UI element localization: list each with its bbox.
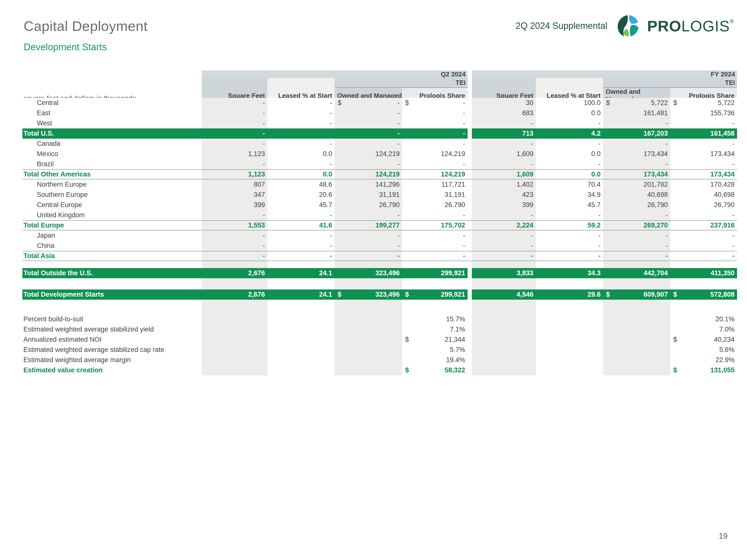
owned-managed-q2-cell: - xyxy=(335,139,402,149)
owned-managed-q2-cell: $- xyxy=(335,98,402,108)
tei-lp-fill-fy xyxy=(536,78,603,88)
row-label: Estimated weighted average margin xyxy=(22,355,202,365)
square-feet-fy-cell xyxy=(472,261,536,268)
prologis-share-q2-cell: 124,219 xyxy=(402,170,468,179)
prologis-share-fy-cell: 20.1% xyxy=(670,314,737,324)
cell-value: 155,736 xyxy=(710,109,735,117)
cell-value: - xyxy=(666,252,668,260)
prologis-share-q2-cell: 117,721 xyxy=(402,180,468,190)
section-gap xyxy=(468,345,472,355)
cell-value: - xyxy=(463,211,465,219)
leased-pct-fy-cell xyxy=(536,300,603,314)
cell-value: - xyxy=(397,109,400,117)
cell-value: - xyxy=(330,99,332,107)
cell-value: 34.9 xyxy=(587,191,600,198)
registered-mark: ® xyxy=(730,18,734,25)
leased-pct-q2-cell: 48.6 xyxy=(267,180,335,190)
owned-managed-fy-cell: - xyxy=(603,210,670,220)
prologis-share-fy-cell: - xyxy=(670,210,737,220)
leased-pct-fy-cell xyxy=(536,345,603,355)
tei-label-fy: TEI xyxy=(603,78,737,88)
owned-managed-fy-cell: - xyxy=(603,139,670,149)
leased-pct-q2-cell: 0.0 xyxy=(267,149,335,159)
cell-value: 411,350 xyxy=(711,269,735,277)
cell-value: 7.1% xyxy=(450,325,465,333)
leased-pct-fy-cell: 29.6 xyxy=(536,290,603,300)
leased-pct-fy-cell: 34.3 xyxy=(536,268,603,278)
section-gap xyxy=(468,251,472,261)
cell-value: 1,402 xyxy=(516,181,533,188)
cell-value: 20.1% xyxy=(715,315,735,323)
square-feet-q2-cell: - xyxy=(202,98,267,108)
section-gap xyxy=(468,365,472,375)
leased-pct-fy-cell: - xyxy=(536,118,603,128)
row-total-europe: Total Europe1,55341.6199,277175,7022,224… xyxy=(22,220,737,231)
section-gap xyxy=(468,324,472,335)
cell-value: - xyxy=(263,130,265,137)
cell-value: - xyxy=(732,140,735,148)
cell-value: 807 xyxy=(254,181,265,188)
square-feet-fy-cell: - xyxy=(472,241,536,251)
leased-pct-q2-cell: - xyxy=(267,241,335,251)
owned-managed-fy-cell xyxy=(603,365,670,375)
row-label: Mexico xyxy=(22,149,202,159)
owned-managed-q2-cell xyxy=(335,261,402,268)
cell-value: - xyxy=(263,232,265,239)
square-feet-q2-cell: - xyxy=(202,108,267,118)
section-gap xyxy=(468,139,472,149)
cell-value: - xyxy=(531,140,533,148)
leased-pct-fy-cell xyxy=(536,355,603,365)
leased-pct-q2-cell xyxy=(267,314,335,324)
cell-value: - xyxy=(463,160,465,168)
owned-managed-fy-cell: 442,704 xyxy=(603,268,670,278)
row-total-asia: Total Asia-------- xyxy=(22,251,737,261)
cell-value: 26,790 xyxy=(647,201,668,209)
leased-pct-q2-cell xyxy=(267,365,335,375)
owned-managed-fy-cell: 173,434 xyxy=(603,149,670,159)
square-feet-q2-cell: - xyxy=(202,241,267,251)
owned-managed-fy-cell: - xyxy=(603,231,670,241)
cell-value: 237,916 xyxy=(710,221,735,229)
owned-managed-q2-cell: 199,277 xyxy=(335,221,402,230)
prologis-share-fy-cell: - xyxy=(670,241,737,251)
row-central: Central--$-$-30100.0$5,722$5,722 xyxy=(22,98,737,108)
cell-value: - xyxy=(666,119,668,127)
square-feet-fy-cell xyxy=(472,314,536,324)
tei-sf-fill-q2 xyxy=(202,78,267,88)
cell-value: - xyxy=(330,252,332,260)
cell-value: 117,721 xyxy=(441,181,465,188)
cell-value: 170,428 xyxy=(710,181,735,188)
leased-pct-q2-cell: - xyxy=(267,139,335,149)
prologis-share-q2-cell: 31,191 xyxy=(402,190,468,200)
square-feet-q2-cell xyxy=(202,314,267,324)
row-label: United Kingdom xyxy=(22,210,202,220)
square-feet-fy-cell: - xyxy=(472,139,536,149)
dollar-sign: $ xyxy=(606,99,610,107)
owned-managed-fy-cell: $609,907 xyxy=(603,290,670,300)
prologis-share-fy-cell: 237,916 xyxy=(670,221,737,230)
row-spacer-3 xyxy=(22,300,737,314)
section-gap xyxy=(468,128,472,139)
cell-value: - xyxy=(598,232,600,239)
cell-value: 15.7% xyxy=(446,315,465,323)
owned-managed-q2-cell: 323,496 xyxy=(335,268,402,278)
prologis-share-q2-cell: - xyxy=(402,128,468,139)
prologis-share-fy-cell: $131,055 xyxy=(670,365,737,375)
leased-pct-fy-cell: 0.0 xyxy=(536,170,603,179)
square-feet-fy-cell: 2,224 xyxy=(472,221,536,230)
leased-pct-fy-cell: - xyxy=(536,139,603,149)
leased-pct-fy-cell: 100.0 xyxy=(536,98,603,108)
cell-value: 173,434 xyxy=(710,170,735,178)
leased-pct-q2-cell: 24.1 xyxy=(267,290,335,300)
section-gap xyxy=(468,300,472,314)
prologis-share-fy-cell: 26,790 xyxy=(670,200,737,210)
leased-pct-fy-cell xyxy=(536,365,603,375)
prologis-share-fy-cell xyxy=(670,278,737,290)
brand-block: 2Q 2024 Supplemental PROLOGIS® xyxy=(516,15,734,37)
cell-value: 59.2 xyxy=(587,221,600,229)
row-label: Estimated weighted average stabilized ca… xyxy=(22,345,202,355)
section-gap xyxy=(468,314,472,324)
section-gap xyxy=(468,180,472,190)
owned-managed-fy-cell: $5,722 xyxy=(603,98,670,108)
square-feet-q2-cell xyxy=(202,261,267,268)
